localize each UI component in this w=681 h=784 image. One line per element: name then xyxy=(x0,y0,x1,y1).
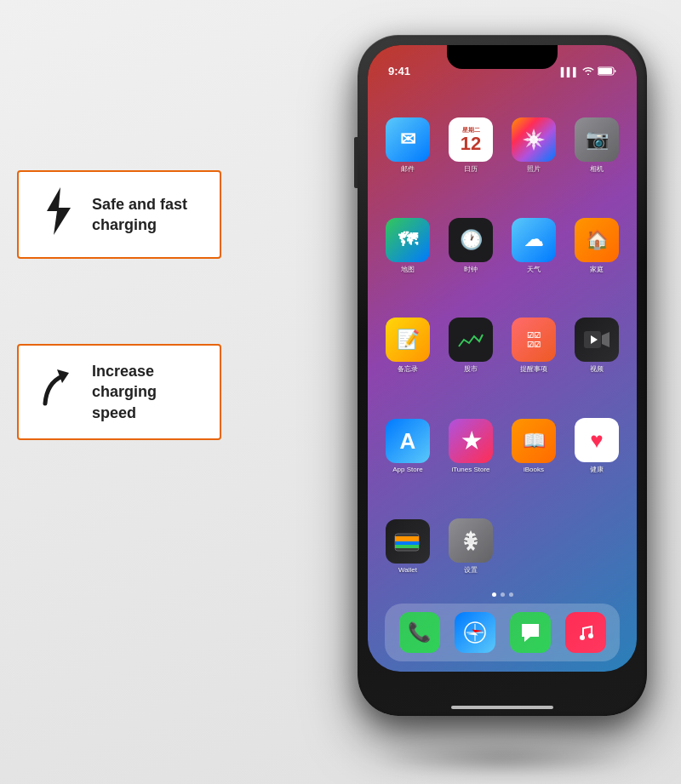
battery-icon xyxy=(598,66,616,77)
clock-icon-bg: 🕐 xyxy=(449,218,493,262)
mail-label: 邮件 xyxy=(401,164,415,174)
stocks-label: 股市 xyxy=(464,364,478,374)
app-mail[interactable]: ✉ 邮件 xyxy=(376,96,439,197)
settings-label: 设置 xyxy=(464,565,478,575)
photos-icon-bg xyxy=(512,117,556,162)
wifi-icon xyxy=(582,66,594,77)
increase-speed-text: Increase charging speed xyxy=(92,361,203,423)
arrow-icon xyxy=(36,366,78,417)
video-icon-bg xyxy=(575,318,619,362)
safe-charging-text: Safe and fast charging xyxy=(92,194,203,236)
app-ibooks[interactable]: 📖 iBooks xyxy=(502,396,565,496)
itunes-icon-bg: ★ xyxy=(449,419,493,463)
page-container: Safe and fast charging Increase charging… xyxy=(0,0,681,784)
svg-rect-10 xyxy=(395,545,419,548)
video-label: 视频 xyxy=(590,364,604,374)
wallet-icon-bg xyxy=(386,519,430,564)
weather-label: 天气 xyxy=(527,265,541,274)
svg-rect-9 xyxy=(395,541,419,545)
app-reminders[interactable]: ☑☑ ☑☑ 提醒事项 xyxy=(502,296,565,397)
feature-safe-charging: Safe and fast charging xyxy=(17,170,221,259)
dock-safari[interactable] xyxy=(455,612,495,653)
app-stocks[interactable]: 股市 xyxy=(439,296,502,397)
status-icons: ▌▌▌ xyxy=(561,66,616,77)
maps-label: 地图 xyxy=(401,265,415,274)
app-health[interactable]: ♥ 健康 xyxy=(565,396,628,496)
home-icon-bg: 🏠 xyxy=(575,218,619,262)
calendar-icon-bg: 星期二 12 xyxy=(449,117,493,162)
app-weather[interactable]: ☁ 天气 xyxy=(502,196,565,296)
app-photos[interactable]: 照片 xyxy=(502,96,565,197)
wallet-label: Wallet xyxy=(398,566,417,574)
page-dot-1 xyxy=(492,592,496,597)
app-calendar[interactable]: 星期二 12 日历 xyxy=(439,96,502,197)
dock-phone[interactable]: 📞 xyxy=(399,612,440,653)
notes-icon-bg: 📝 xyxy=(386,318,430,362)
app-itunes[interactable]: ★ iTunes Store xyxy=(439,396,502,496)
home-label: 家庭 xyxy=(590,265,604,274)
app-settings[interactable]: 设置 xyxy=(439,496,502,597)
dock-music[interactable] xyxy=(565,612,606,653)
svg-rect-3 xyxy=(598,68,612,74)
reminders-icon-bg: ☑☑ ☑☑ xyxy=(512,318,556,362)
health-icon-bg: ♥ xyxy=(575,418,619,462)
maps-icon-bg: 🗺 xyxy=(386,218,430,262)
bolt-icon xyxy=(36,187,78,242)
page-dot-3 xyxy=(509,592,513,597)
svg-rect-8 xyxy=(395,536,419,541)
app-camera[interactable]: 📷 相机 xyxy=(565,96,628,197)
itunes-label: iTunes Store xyxy=(451,466,489,473)
svg-marker-0 xyxy=(47,187,71,235)
mail-icon-bg: ✉ xyxy=(386,117,430,162)
svg-point-17 xyxy=(580,635,585,640)
clock-label: 时钟 xyxy=(464,265,478,274)
app-appstore[interactable]: A App Store xyxy=(376,396,439,496)
app-clock[interactable]: 🕐 时钟 xyxy=(439,196,502,296)
app-home[interactable]: 🏠 家庭 xyxy=(565,196,628,296)
ibooks-label: iBooks xyxy=(524,466,544,473)
page-dot-2 xyxy=(501,592,505,597)
features-section: Safe and fast charging Increase charging… xyxy=(17,170,255,440)
notes-label: 备忘录 xyxy=(398,364,418,374)
feature-increase-speed: Increase charging speed xyxy=(17,344,221,440)
phone-screen: 9:41 ▌▌▌ xyxy=(368,45,637,672)
app-maps[interactable]: 🗺 地图 xyxy=(376,196,439,296)
status-time: 9:41 xyxy=(388,65,410,77)
reminders-label: 提醒事项 xyxy=(520,364,547,374)
settings-icon-bg xyxy=(449,518,493,563)
weather-icon-bg: ☁ xyxy=(512,218,556,262)
svg-point-18 xyxy=(588,633,593,638)
home-indicator xyxy=(451,706,553,709)
phone-notch xyxy=(447,45,558,69)
phone-reflection xyxy=(375,741,630,775)
app-wallet[interactable]: Wallet xyxy=(376,496,439,597)
appstore-icon-bg: A xyxy=(386,419,430,463)
app-grid: ✉ 邮件 星期二 12 日历 xyxy=(368,89,637,604)
dock-messages[interactable] xyxy=(510,612,551,653)
stocks-icon-bg xyxy=(449,318,493,362)
phone-wrapper: 9:41 ▌▌▌ xyxy=(358,35,647,750)
phone-dock: 📞 xyxy=(385,604,620,661)
ibooks-icon-bg: 📖 xyxy=(512,419,556,463)
photos-label: 照片 xyxy=(527,164,541,174)
page-dots xyxy=(368,592,637,597)
app-videos[interactable]: 视频 xyxy=(565,296,628,397)
app-notes[interactable]: 📝 备忘录 xyxy=(376,296,439,397)
phone-screen-container: 9:41 ▌▌▌ xyxy=(368,45,637,672)
camera-icon-bg: 📷 xyxy=(575,117,619,162)
phone-body: 9:41 ▌▌▌ xyxy=(358,35,647,716)
camera-label: 相机 xyxy=(590,164,604,174)
signal-icon: ▌▌▌ xyxy=(561,67,579,77)
phone-section: 9:41 ▌▌▌ xyxy=(358,26,647,758)
health-label: 健康 xyxy=(590,465,604,474)
calendar-label: 日历 xyxy=(464,164,478,174)
appstore-label: App Store xyxy=(392,466,423,473)
